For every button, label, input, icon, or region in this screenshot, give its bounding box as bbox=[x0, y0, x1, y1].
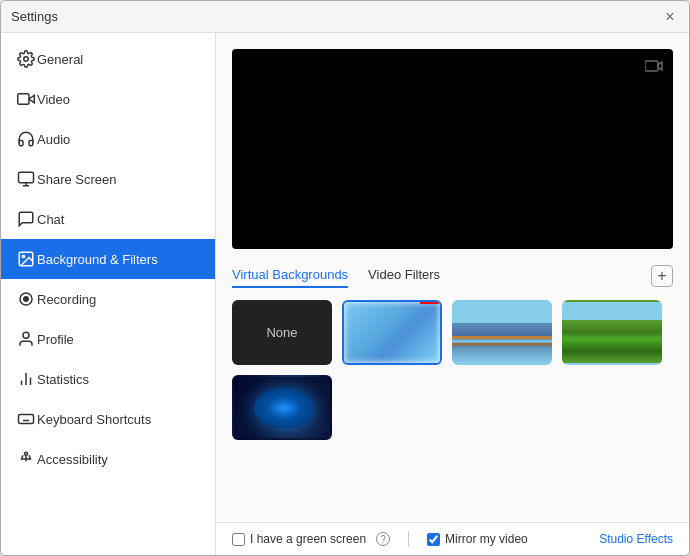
sidebar-item-keyboard-shortcuts[interactable]: Keyboard Shortcuts bbox=[1, 399, 215, 439]
mirror-label: Mirror my video bbox=[445, 532, 528, 546]
sidebar-label-accessibility: Accessibility bbox=[37, 452, 108, 467]
backgrounds-grid: None Blur bbox=[232, 300, 673, 440]
sidebar-label-chat: Chat bbox=[37, 212, 64, 227]
tab-virtual-backgrounds[interactable]: Virtual Backgrounds bbox=[232, 263, 348, 288]
audio-icon bbox=[15, 128, 37, 150]
green-screen-help-icon[interactable]: ? bbox=[376, 532, 390, 546]
statistics-icon bbox=[15, 368, 37, 390]
none-label: None bbox=[266, 325, 297, 340]
svg-rect-21 bbox=[645, 61, 658, 71]
green-screen-label: I have a green screen bbox=[250, 532, 366, 546]
green-screen-checkbox-label[interactable]: I have a green screen bbox=[232, 532, 366, 546]
svg-point-9 bbox=[24, 297, 29, 302]
sidebar-item-accessibility[interactable]: Accessibility bbox=[1, 439, 215, 479]
sidebar-label-recording: Recording bbox=[37, 292, 96, 307]
window-title: Settings bbox=[11, 9, 58, 24]
sidebar-label-video: Video bbox=[37, 92, 70, 107]
camera-icon bbox=[645, 59, 663, 77]
tab-bar: Virtual Backgrounds Video Filters + bbox=[232, 263, 673, 288]
sidebar-item-general[interactable]: General bbox=[1, 39, 215, 79]
sidebar-item-audio[interactable]: Audio bbox=[1, 119, 215, 159]
settings-window: Settings × General Video bbox=[0, 0, 690, 556]
sidebar: General Video Audio bbox=[1, 33, 216, 555]
sidebar-label-statistics: Statistics bbox=[37, 372, 89, 387]
mirror-checkbox-label[interactable]: Mirror my video bbox=[427, 532, 528, 546]
tab-video-filters[interactable]: Video Filters bbox=[368, 263, 440, 288]
share-screen-icon bbox=[15, 168, 37, 190]
recording-icon bbox=[15, 288, 37, 310]
profile-icon bbox=[15, 328, 37, 350]
svg-rect-14 bbox=[19, 415, 34, 424]
add-background-button[interactable]: + bbox=[651, 265, 673, 287]
close-button[interactable]: × bbox=[661, 8, 679, 26]
sidebar-label-audio: Audio bbox=[37, 132, 70, 147]
svg-rect-2 bbox=[18, 94, 29, 105]
background-filters-icon bbox=[15, 248, 37, 270]
background-space[interactable] bbox=[232, 375, 332, 440]
background-grass[interactable] bbox=[562, 300, 662, 365]
general-icon bbox=[15, 48, 37, 70]
background-blur[interactable]: Blur bbox=[342, 300, 442, 365]
sidebar-item-background-filters[interactable]: Background & Filters bbox=[1, 239, 215, 279]
green-screen-checkbox[interactable] bbox=[232, 533, 245, 546]
sidebar-item-recording[interactable]: Recording bbox=[1, 279, 215, 319]
video-icon bbox=[15, 88, 37, 110]
sidebar-label-general: General bbox=[37, 52, 83, 67]
svg-point-0 bbox=[24, 57, 29, 62]
background-none[interactable]: None bbox=[232, 300, 332, 365]
sidebar-label-profile: Profile bbox=[37, 332, 74, 347]
separator bbox=[408, 531, 409, 547]
background-bridge[interactable] bbox=[452, 300, 552, 365]
sidebar-item-statistics[interactable]: Statistics bbox=[1, 359, 215, 399]
sidebar-item-share-screen[interactable]: Share Screen bbox=[1, 159, 215, 199]
sidebar-item-chat[interactable]: Chat bbox=[1, 199, 215, 239]
titlebar: Settings × bbox=[1, 1, 689, 33]
sidebar-label-background-filters: Background & Filters bbox=[37, 252, 158, 267]
main-content: Virtual Backgrounds Video Filters + None… bbox=[216, 33, 689, 522]
svg-point-20 bbox=[25, 452, 28, 455]
sidebar-label-share-screen: Share Screen bbox=[37, 172, 117, 187]
chat-icon bbox=[15, 208, 37, 230]
video-preview bbox=[232, 49, 673, 249]
mirror-checkbox[interactable] bbox=[427, 533, 440, 546]
sidebar-item-profile[interactable]: Profile bbox=[1, 319, 215, 359]
studio-effects-link[interactable]: Studio Effects bbox=[599, 532, 673, 546]
sidebar-label-keyboard-shortcuts: Keyboard Shortcuts bbox=[37, 412, 151, 427]
keyboard-shortcuts-icon bbox=[15, 408, 37, 430]
red-arrow bbox=[410, 300, 442, 307]
sidebar-item-video[interactable]: Video bbox=[1, 79, 215, 119]
window-body: General Video Audio bbox=[1, 33, 689, 555]
svg-marker-1 bbox=[29, 95, 34, 103]
svg-point-10 bbox=[23, 332, 29, 338]
svg-rect-3 bbox=[19, 172, 34, 183]
accessibility-icon bbox=[15, 448, 37, 470]
blur-label: Blur bbox=[344, 363, 367, 365]
bottom-bar: I have a green screen ? Mirror my video … bbox=[216, 522, 689, 555]
svg-point-7 bbox=[22, 255, 24, 257]
